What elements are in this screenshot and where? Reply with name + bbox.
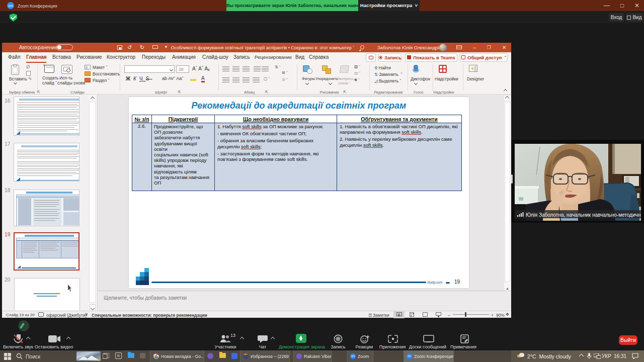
svg-text:Юлія Заболотна, начальник навч: Юлія Заболотна, начальник навчально-мето… [526,212,641,218]
